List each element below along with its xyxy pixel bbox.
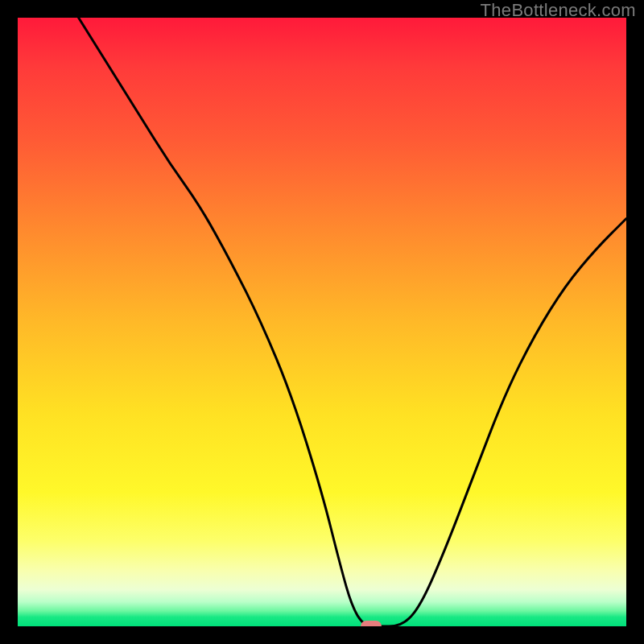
curve-path xyxy=(79,18,626,626)
optimum-marker xyxy=(361,621,382,626)
chart-frame: TheBottleneck.com xyxy=(0,0,644,644)
bottleneck-curve xyxy=(18,18,626,626)
plot-area xyxy=(18,18,626,626)
